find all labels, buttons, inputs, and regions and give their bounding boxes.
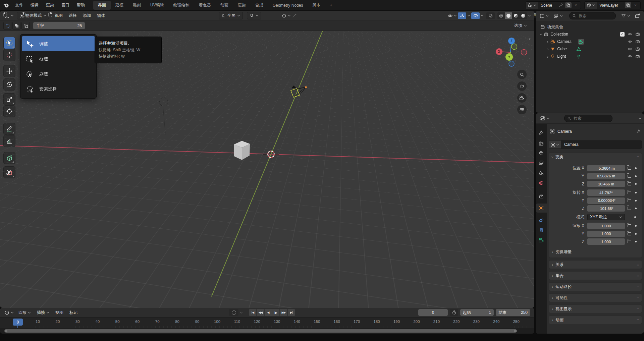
light-object[interactable]: [159, 98, 168, 106]
camera-object[interactable]: [287, 81, 311, 102]
current-frame-field[interactable]: 0: [418, 309, 448, 316]
location-y-field[interactable]: 0.56876 m: [587, 173, 625, 179]
sidebar-toggle[interactable]: ‹: [529, 36, 530, 41]
playhead-badge[interactable]: 0: [13, 319, 23, 326]
tool-annotate-button[interactable]: [3, 123, 15, 135]
tab-tool[interactable]: [536, 128, 547, 137]
tab-render[interactable]: [536, 139, 547, 148]
collapse-chevron[interactable]: ›: [539, 34, 543, 35]
collection-row[interactable]: › Collection ✓: [536, 31, 644, 38]
outliner-row-cube[interactable]: › Cube: [536, 45, 644, 53]
lock-icon[interactable]: [628, 199, 631, 202]
panel-motion-paths[interactable]: ›运动路径::::: [549, 282, 642, 291]
panel-chevron[interactable]: ›: [550, 156, 555, 158]
tab-rendering[interactable]: 渲染: [233, 1, 251, 10]
frame-end-field[interactable]: 结束250: [496, 309, 530, 316]
tool-rotate-button[interactable]: [3, 78, 15, 91]
tool-scale-button[interactable]: [3, 93, 15, 105]
lock-icon[interactable]: [628, 207, 631, 210]
collection-checkbox[interactable]: ✓: [620, 32, 625, 37]
timeline-editor-type-button[interactable]: [3, 309, 15, 316]
drag-grip[interactable]: ::::: [637, 155, 639, 159]
xray-toggle[interactable]: [486, 12, 495, 19]
use-preview-range-button[interactable]: [450, 309, 458, 316]
tool-cursor-button[interactable]: [3, 49, 15, 61]
tab-geometry-nodes[interactable]: Geometry Nodes: [268, 1, 308, 9]
timeline-scrollbar-thumb[interactable]: [4, 329, 517, 333]
prev-keyframe-button[interactable]: ◀◀: [257, 309, 264, 316]
disable-render-icon[interactable]: [635, 54, 640, 59]
panel-collections[interactable]: ›集合::::: [549, 271, 642, 280]
lock-icon[interactable]: [628, 182, 631, 185]
lock-icon[interactable]: [628, 224, 631, 227]
properties-search[interactable]: [564, 115, 612, 122]
select-mode-new-button[interactable]: [3, 22, 11, 30]
viewlayer-name[interactable]: ViewLayer: [599, 3, 618, 8]
shading-rendered-button[interactable]: [520, 12, 527, 19]
lock-icon[interactable]: [628, 232, 631, 235]
tab-scripting[interactable]: 脚本: [308, 1, 325, 10]
gizmos-toggle[interactable]: [458, 12, 466, 19]
outliner-row-light[interactable]: › Light: [536, 53, 644, 60]
camera-view-button[interactable]: [517, 93, 527, 103]
panel-visibility[interactable]: ›可见性::::: [549, 293, 642, 302]
hide-eye-icon[interactable]: [628, 54, 632, 59]
tool-measure-button[interactable]: [3, 135, 15, 147]
camera-data-icon[interactable]: [579, 39, 584, 44]
jump-start-button[interactable]: |◀: [249, 309, 257, 316]
animate-dot[interactable]: [634, 216, 636, 218]
animate-dot[interactable]: [635, 233, 637, 235]
properties-search-input[interactable]: [573, 116, 608, 121]
cube-object[interactable]: [232, 140, 253, 162]
overlays-toggle[interactable]: [471, 12, 480, 19]
popup-item-box-select[interactable]: 框选: [22, 51, 95, 66]
shading-solid-button[interactable]: [505, 12, 512, 19]
outliner-display-mode-button[interactable]: [552, 12, 565, 19]
hide-eye-icon[interactable]: [628, 47, 632, 51]
expand-chevron[interactable]: ›: [547, 40, 548, 44]
pin-icon[interactable]: [559, 3, 563, 7]
menu-edit[interactable]: 编辑: [27, 1, 42, 9]
location-x-field[interactable]: -5.3604 m: [587, 165, 625, 171]
rotation-mode-dropdown[interactable]: XYZ 欧拉: [587, 214, 625, 220]
outliner-editor-type-button[interactable]: [538, 12, 550, 19]
jump-end-button[interactable]: ▶|: [287, 309, 295, 316]
scale-z-field[interactable]: 1.000: [587, 238, 625, 245]
drag-grip[interactable]: ::::: [637, 307, 639, 311]
scene-collection-row[interactable]: 场景集合: [536, 23, 644, 31]
hide-eye-icon[interactable]: [628, 39, 632, 44]
menu-keying[interactable]: 插帧: [34, 308, 52, 317]
outliner-search-input[interactable]: [578, 13, 613, 18]
light-data-icon[interactable]: [576, 54, 581, 59]
menu-select[interactable]: 选择: [66, 11, 80, 20]
options-dropdown[interactable]: 选项: [514, 23, 527, 29]
object-name-field[interactable]: Camera: [561, 140, 642, 149]
next-keyframe-button[interactable]: ▶▶: [280, 309, 287, 316]
shading-wireframe-button[interactable]: [497, 12, 505, 19]
disable-render-icon[interactable]: [635, 47, 640, 51]
outliner-search[interactable]: [569, 12, 616, 19]
properties-options-chevron[interactable]: [638, 117, 641, 120]
tab-compositing[interactable]: 合成: [251, 1, 268, 10]
play-button[interactable]: ▶: [272, 309, 280, 316]
new-viewlayer-button[interactable]: [625, 2, 631, 8]
lock-icon[interactable]: [628, 191, 631, 194]
frame-start-field[interactable]: 起始1: [460, 309, 494, 316]
scene-name[interactable]: Scene: [541, 3, 552, 8]
ortho-grid-button[interactable]: [517, 105, 527, 114]
play-reverse-button[interactable]: ◀: [264, 309, 272, 316]
rotation-y-field[interactable]: -0.000034°: [587, 197, 625, 204]
tab-modeling[interactable]: 建模: [111, 1, 128, 10]
animate-dot[interactable]: [635, 175, 637, 177]
zoom-button[interactable]: [517, 70, 527, 79]
tool-transform-button[interactable]: [3, 105, 15, 117]
drag-grip[interactable]: ::::: [637, 263, 639, 267]
popup-item-tweak[interactable]: 调整: [22, 36, 95, 51]
animate-dot[interactable]: [635, 192, 637, 193]
animate-dot[interactable]: [635, 225, 637, 227]
pin-icon[interactable]: [636, 129, 641, 134]
lock-icon[interactable]: [628, 175, 631, 178]
expand-chevron[interactable]: ›: [547, 54, 548, 59]
menu-file[interactable]: 文件: [11, 1, 27, 9]
tab-physics[interactable]: [536, 216, 547, 225]
